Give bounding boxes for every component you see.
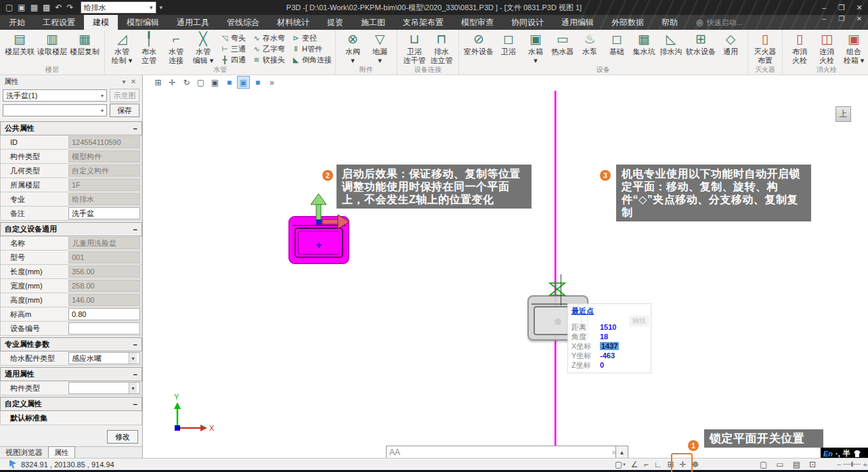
redo-icon[interactable]: ↷ xyxy=(66,3,73,12)
ribbon-tab[interactable]: 支吊架布置 xyxy=(394,15,452,30)
ribbon-button[interactable]: ▦集水坑 xyxy=(630,31,657,56)
nearest-point-link[interactable]: 最近点 xyxy=(571,306,594,316)
collapse-icon[interactable]: − xyxy=(133,341,137,349)
ribbon-button[interactable]: ⌐水管连接 xyxy=(162,31,190,65)
ribbon-button[interactable]: ⊘室外设备 xyxy=(462,31,495,56)
collapse-icon[interactable]: − xyxy=(133,226,137,234)
ribbon-button[interactable]: ╳水管编辑 ▾ xyxy=(190,31,217,65)
preset-selector[interactable]: ▾ xyxy=(3,104,107,116)
shaded-icon[interactable]: ■ xyxy=(223,76,236,89)
ribbon-tab[interactable]: 管线综合 xyxy=(218,15,268,30)
ribbon-button[interactable]: ◿水管绘制 ▾ xyxy=(108,31,135,65)
chevron-down-icon[interactable]: ▾ xyxy=(129,353,137,364)
ribbon-button[interactable]: ◫连消火栓 xyxy=(813,31,840,65)
more-tools-icon[interactable]: » xyxy=(265,76,278,89)
ribbon-tab[interactable]: 帮助 xyxy=(653,15,687,30)
command-input[interactable]: AA ✕ xyxy=(386,446,620,458)
ribbon-tab[interactable]: 材料统计 xyxy=(268,15,318,30)
ribbon-button[interactable]: ◻基础 xyxy=(603,31,630,56)
ribbon-tab[interactable]: 协同设计 xyxy=(502,15,552,30)
view-cube-top-button[interactable]: 上 xyxy=(836,106,851,122)
section-header[interactable]: 自定义属性− xyxy=(0,397,142,411)
save-icon[interactable]: ▦ xyxy=(30,3,38,12)
shaded-edges-icon[interactable]: ▣ xyxy=(237,76,250,89)
ribbon-button[interactable]: ◇通用 xyxy=(717,31,744,56)
hidden-line-icon[interactable]: ▣ xyxy=(209,76,221,89)
doc-close-button[interactable]: ✕ xyxy=(850,15,868,30)
object-snap-icon[interactable]: ⌐ xyxy=(644,460,649,469)
ribbon-tab[interactable]: 通用编辑 xyxy=(552,15,603,30)
ortho-mode-icon[interactable]: ∟ xyxy=(654,460,662,469)
ribbon-small-button[interactable]: ⊳变径 xyxy=(292,33,332,43)
qat-customize-icon[interactable]: ▾ xyxy=(160,4,163,11)
ribbon-button[interactable]: ♨水泵 xyxy=(576,31,603,56)
orbit-icon[interactable]: ↻ xyxy=(180,76,193,89)
ribbon-small-button[interactable]: ⊢三通 xyxy=(221,43,246,54)
chevron-down-icon[interactable]: ▾ xyxy=(129,383,137,393)
ribbon-button[interactable]: ◻卫浴 xyxy=(495,31,522,56)
tab-view-browser[interactable]: 视图浏览器 xyxy=(0,447,48,458)
section-header[interactable]: 自定义设备通用− xyxy=(0,222,142,236)
ribbon-tab[interactable]: 建模 xyxy=(84,15,118,30)
ribbon-small-button[interactable]: ◹弯头 xyxy=(221,33,246,43)
ribbon-button[interactable]: ⊗水阀▾ xyxy=(339,31,366,65)
ime-indicator[interactable]: En ·, 半 xyxy=(821,448,868,458)
solid-icon[interactable]: ■ xyxy=(251,76,264,89)
ribbon-button[interactable]: ⊞软水设备 xyxy=(685,31,717,56)
collapse-icon[interactable]: − xyxy=(133,400,137,408)
ribbon-tab[interactable]: 模型审查 xyxy=(452,15,502,30)
panel-close-icon[interactable]: ✕ xyxy=(129,78,138,85)
property-value[interactable]: 洗手盆 xyxy=(68,207,140,219)
ribbon-small-button[interactable]: ◣倒角连接 xyxy=(292,54,332,65)
command-history-button[interactable]: ▲ xyxy=(615,446,628,458)
ribbon-small-button[interactable]: ≋软接头 xyxy=(253,54,285,65)
drawing-canvas[interactable]: ⊞✛↻▢▣■▣■» 上 + + 2 启动后效果：保证移动、复制等位置调整功能使用… xyxy=(142,74,868,458)
wireframe-icon[interactable]: ▢ xyxy=(194,76,207,89)
fit-view-icon[interactable]: ⊡ xyxy=(809,460,816,469)
property-value[interactable]: 0.80 xyxy=(68,308,140,320)
open-file-icon[interactable]: ▣ xyxy=(18,3,25,12)
ribbon-small-button[interactable]: ∿存水弯 xyxy=(253,33,285,43)
pan-icon[interactable]: ✛ xyxy=(166,76,179,89)
ribbon-button[interactable]: ╿布水立管 xyxy=(135,31,162,65)
property-value[interactable] xyxy=(68,322,140,335)
section-header[interactable]: 通用属性− xyxy=(0,367,142,381)
zoom-in-icon[interactable]: + xyxy=(863,460,867,469)
ribbon-tab[interactable]: 外部数据 xyxy=(603,15,653,30)
ribbon-button[interactable]: ▯灭火器布置 xyxy=(752,31,779,65)
zoom-slider-thumb[interactable] xyxy=(851,462,853,467)
panel-dropdown-icon[interactable]: ▾ xyxy=(119,78,129,85)
ribbon-button[interactable]: ▯布消火栓 xyxy=(786,31,813,65)
ribbon-tab[interactable]: 施工图 xyxy=(352,15,394,30)
doc-restore-button[interactable]: ❐ xyxy=(833,15,850,30)
new-view-icon[interactable]: ▢ xyxy=(760,460,767,469)
section-header[interactable]: 公共属性− xyxy=(0,121,142,135)
tab-properties[interactable]: 属性 xyxy=(48,446,75,458)
ribbon-tab[interactable]: 模型编辑 xyxy=(118,15,168,30)
minimize-button[interactable]: – xyxy=(815,3,833,12)
ribbon-button[interactable]: ⊓排水连立管 xyxy=(428,31,455,65)
close-button[interactable]: ✕ xyxy=(850,3,868,12)
lock-plane-toggle-icon[interactable]: ✛ xyxy=(679,460,686,469)
ribbon-tab[interactable]: 通用工具 xyxy=(168,15,218,30)
property-value[interactable]: 感应水嘴▾ xyxy=(68,352,140,364)
ribbon-tab[interactable]: 开始 xyxy=(0,15,34,30)
ribbon-button[interactable]: ▤楼层关联 xyxy=(3,31,36,56)
new-file-icon[interactable]: ▢ xyxy=(5,3,13,12)
save-all-icon[interactable]: ▩ xyxy=(43,3,50,12)
window-list-icon[interactable]: ▤ xyxy=(793,460,800,469)
undo-icon[interactable]: ↶ xyxy=(55,3,62,12)
settings-gear-icon[interactable]: ☸ xyxy=(692,460,699,469)
polar-tracking-icon[interactable]: ∠ xyxy=(631,460,638,469)
property-value[interactable]: ▾ xyxy=(68,382,140,394)
quick-launch[interactable]: ◎ 快速启动... xyxy=(696,15,743,30)
ribbon-button[interactable]: ▭热水器 xyxy=(549,31,576,56)
modify-button[interactable]: 修改 xyxy=(107,430,138,444)
doc-minimize-button[interactable]: – xyxy=(815,15,833,30)
zoom-slider[interactable]: − + xyxy=(837,458,867,470)
ribbon-small-button[interactable]: ⅡH管件 xyxy=(292,43,332,54)
zoom-extents-icon[interactable]: ⊞ xyxy=(152,76,165,89)
ribbon-button[interactable]: ◺排水沟 xyxy=(657,31,685,56)
ribbon-tab[interactable]: 提资 xyxy=(318,15,352,30)
zoom-out-icon[interactable]: − xyxy=(837,460,841,469)
